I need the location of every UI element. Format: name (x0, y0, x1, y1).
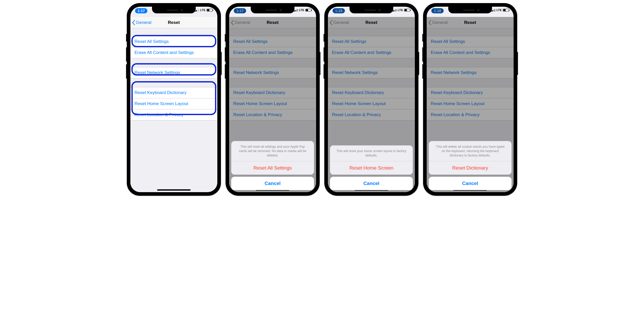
volume-up-button (324, 47, 324, 62)
chevron-left-icon (428, 20, 432, 25)
reset-all-settings-row[interactable]: Reset All Settings (427, 36, 514, 47)
nav-bar: General Reset (328, 17, 415, 28)
volume-down-button (126, 64, 127, 79)
phone-frame: 1:18 LTE General Reset Reset All Setting… (423, 3, 517, 196)
reset-keyboard-dictionary-row[interactable]: Reset Keyboard Dictionary (229, 87, 316, 98)
side-button (517, 52, 518, 75)
back-label: General (235, 20, 250, 25)
notch (251, 7, 294, 13)
nav-bar: General Reset (130, 17, 217, 28)
nav-bar: General Reset (229, 17, 316, 28)
action-sheet: This will reset all settings and your Ap… (231, 141, 314, 190)
back-button[interactable]: General (427, 20, 448, 25)
status-time: 1:18 (333, 8, 345, 13)
volume-up-button (225, 47, 226, 62)
erase-all-content-row[interactable]: Erase All Content and Settings (328, 47, 415, 58)
status-time: 1:18 (431, 8, 444, 13)
reset-location-privacy-row[interactable]: Reset Location & Privacy (229, 109, 316, 120)
erase-all-content-row[interactable]: Erase All Content and Settings (229, 47, 316, 58)
carrier-label: LTE (200, 8, 205, 12)
action-sheet-destructive-button[interactable]: Reset Home Screen (330, 161, 413, 175)
action-sheet: This will delete all custom words you ha… (429, 141, 512, 190)
home-indicator[interactable] (157, 189, 191, 191)
reset-keyboard-dictionary-row[interactable]: Reset Keyboard Dictionary (328, 87, 415, 98)
back-label: General (136, 20, 151, 25)
volume-down-button (225, 64, 226, 79)
back-label: General (333, 20, 349, 25)
side-button (418, 52, 419, 75)
reset-location-privacy-row[interactable]: Reset Location & Privacy (427, 109, 514, 120)
phone-frame: 1:18 LTE General Reset Reset All Setting… (324, 3, 418, 196)
action-sheet: This will reset your home screen layout … (330, 145, 413, 190)
erase-all-content-row[interactable]: Erase All Content and Settings (427, 47, 514, 58)
reset-home-screen-layout-row[interactable]: Reset Home Screen Layout (427, 98, 514, 109)
action-sheet-message: This will reset all settings and your Ap… (231, 141, 314, 161)
reset-network-settings-row[interactable]: Reset Network Settings (229, 67, 316, 78)
action-sheet-message: This will reset your home screen layout … (330, 145, 413, 161)
action-sheet-destructive-button[interactable]: Reset All Settings (231, 161, 314, 175)
chevron-left-icon (231, 20, 234, 25)
battery-icon (305, 9, 311, 12)
chevron-left-icon (329, 20, 333, 25)
carrier-label: LTE (299, 8, 304, 12)
battery-icon (404, 9, 410, 12)
back-button[interactable]: General (130, 20, 151, 25)
status-time: 1:17 (234, 8, 246, 13)
action-sheet-message: This will delete all custom words you ha… (429, 141, 512, 161)
reset-home-screen-layout-row[interactable]: Reset Home Screen Layout (328, 98, 415, 109)
notch (350, 7, 393, 13)
battery-icon (503, 9, 509, 12)
reset-location-privacy-row[interactable]: Reset Location & Privacy (328, 109, 415, 120)
volume-down-button (422, 64, 423, 79)
carrier-label: LTE (398, 8, 403, 12)
phone-frame: 1:17 LTE General Reset Reset All Setting… (226, 3, 320, 196)
action-sheet-cancel-button[interactable]: Cancel (429, 177, 512, 190)
side-button (320, 52, 320, 75)
phone-frame: 1:17 LTE General Reset Reset All Setting… (127, 3, 221, 196)
reset-network-settings-row[interactable]: Reset Network Settings (130, 67, 217, 78)
reset-keyboard-dictionary-row[interactable]: Reset Keyboard Dictionary (427, 87, 514, 98)
mute-switch (225, 34, 226, 42)
status-time: 1:17 (135, 8, 147, 13)
mute-switch (422, 34, 423, 42)
action-sheet-destructive-button[interactable]: Reset Dictionary (429, 161, 512, 175)
reset-location-privacy-row[interactable]: Reset Location & Privacy (130, 109, 217, 120)
reset-all-settings-row[interactable]: Reset All Settings (130, 36, 217, 47)
nav-bar: General Reset (427, 17, 514, 28)
volume-up-button (126, 47, 127, 62)
battery-icon (207, 9, 213, 12)
reset-menu: Reset All Settings Erase All Content and… (130, 28, 217, 192)
volume-down-button (324, 64, 324, 79)
back-label: General (432, 20, 448, 25)
mute-switch (126, 34, 127, 42)
notch (152, 7, 196, 13)
action-sheet-cancel-button[interactable]: Cancel (330, 177, 413, 190)
carrier-label: LTE (496, 8, 502, 12)
volume-up-button (422, 47, 423, 62)
reset-all-settings-row[interactable]: Reset All Settings (229, 36, 316, 47)
back-button[interactable]: General (229, 20, 250, 25)
reset-network-settings-row[interactable]: Reset Network Settings (427, 67, 514, 78)
reset-all-settings-row[interactable]: Reset All Settings (328, 36, 415, 47)
side-button (221, 52, 222, 75)
notch (448, 7, 492, 13)
reset-home-screen-layout-row[interactable]: Reset Home Screen Layout (130, 98, 217, 109)
reset-keyboard-dictionary-row[interactable]: Reset Keyboard Dictionary (130, 87, 217, 98)
reset-network-settings-row[interactable]: Reset Network Settings (328, 67, 415, 78)
action-sheet-cancel-button[interactable]: Cancel (231, 177, 314, 190)
chevron-left-icon (132, 20, 135, 25)
mute-switch (324, 34, 324, 42)
back-button[interactable]: General (328, 20, 349, 25)
erase-all-content-row[interactable]: Erase All Content and Settings (130, 47, 217, 58)
reset-home-screen-layout-row[interactable]: Reset Home Screen Layout (229, 98, 316, 109)
